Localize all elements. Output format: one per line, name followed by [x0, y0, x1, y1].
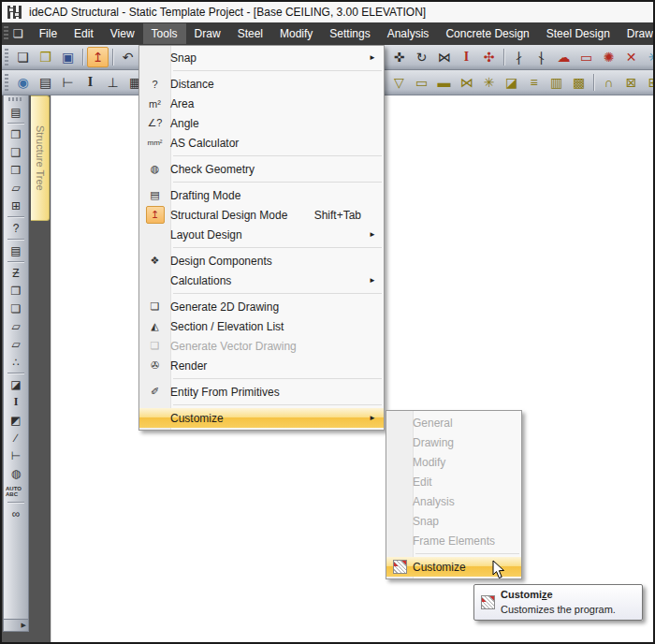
- save-button[interactable]: ▣: [57, 47, 79, 67]
- menu-item-label: General: [413, 417, 521, 430]
- beam-button[interactable]: ▬: [433, 72, 455, 93]
- copy-button[interactable]: ❐: [6, 282, 26, 300]
- sheet-button[interactable]: ▤: [6, 103, 26, 121]
- wall-button[interactable]: ▤: [35, 72, 56, 93]
- stairs-button[interactable]: ≡: [523, 72, 545, 93]
- ribbed-slab-button[interactable]: ▥: [546, 72, 567, 93]
- truss-button[interactable]: ⋈: [456, 72, 477, 93]
- floor-grid-button[interactable]: ⊞: [643, 72, 655, 93]
- open-button[interactable]: ❒: [35, 47, 56, 67]
- menu-item-customize[interactable]: Customize ►: [139, 408, 384, 428]
- shear-wall-button[interactable]: ▽: [388, 72, 410, 93]
- menu-separator: [173, 404, 382, 405]
- menu-item-as-calculator[interactable]: mm² AS Calculator: [139, 133, 384, 153]
- menu-item-generate-2d-drawing[interactable]: ❏ Generate 2D Drawing: [139, 297, 384, 316]
- auto-abc-button[interactable]: AUTO ABC: [6, 482, 26, 500]
- menu-draw[interactable]: Draw: [186, 23, 229, 44]
- menu-steel-design[interactable]: Steel Design: [538, 23, 619, 44]
- app-icon: [7, 6, 22, 19]
- divide-button[interactable]: ∕: [6, 429, 26, 446]
- new-doc-icon[interactable]: ❏: [13, 27, 23, 40]
- menu-item-drafting-mode[interactable]: ▤ Drafting Mode: [139, 185, 384, 205]
- select-chain-button[interactable]: ❒: [6, 161, 26, 179]
- menu-item-angle[interactable]: ∠? Angle: [139, 113, 384, 133]
- menu-file[interactable]: File: [31, 23, 66, 44]
- menu-item-render[interactable]: ✇ Render: [139, 356, 384, 375]
- structure-tree-tab[interactable]: Structure Tree: [31, 95, 50, 221]
- menu-separator: [173, 293, 382, 294]
- check-geometry-button[interactable]: ◍: [6, 464, 26, 482]
- select-table-button[interactable]: ⊞: [6, 197, 26, 214]
- menu-item-area[interactable]: m² Area: [139, 94, 384, 113]
- menu-steel[interactable]: Steel: [229, 23, 271, 44]
- hatch-button[interactable]: ▩: [568, 72, 590, 93]
- select-add-button[interactable]: ❑: [6, 143, 26, 161]
- menu-settings[interactable]: Settings: [321, 23, 378, 44]
- mirror-axis-button[interactable]: I: [456, 47, 477, 67]
- render-icon: ✇: [139, 359, 170, 372]
- menu-item-design-components[interactable]: ❖ Design Components: [139, 251, 384, 271]
- menu-item-section-elevation-list[interactable]: ◭ Section / Elevation List: [139, 316, 384, 336]
- menu-item-shortcut: Shift+Tab: [314, 209, 361, 222]
- menu-item-layout-design[interactable]: Layout Design ►: [139, 225, 384, 244]
- plane-button[interactable]: ◪: [6, 375, 26, 393]
- array-button[interactable]: ▱: [6, 335, 26, 353]
- erase-button[interactable]: ✕: [620, 47, 642, 67]
- menu-edit[interactable]: Edit: [66, 23, 102, 44]
- dimension-button[interactable]: ⊢: [6, 446, 26, 464]
- section-line-button[interactable]: Ƶ: [6, 264, 26, 282]
- submenu-item-drawing: Drawing: [386, 432, 521, 452]
- toolbar-separator: [112, 49, 113, 66]
- menu-item-structural-design-mode[interactable]: ↥ Structural Design Mode Shift+Tab: [139, 205, 384, 225]
- select-button[interactable]: ❐: [6, 125, 26, 143]
- move-copy-button[interactable]: ▱: [6, 317, 26, 335]
- menu-item-calculations[interactable]: Calculations ►: [139, 271, 384, 290]
- arch-button[interactable]: ∩: [598, 72, 619, 93]
- trim-button[interactable]: ∤: [508, 47, 530, 67]
- rotate-button[interactable]: ↻: [411, 47, 432, 67]
- move-button[interactable]: ✜: [388, 47, 410, 67]
- stretch-button[interactable]: ✣: [478, 47, 500, 67]
- column-section-button[interactable]: I: [6, 393, 26, 411]
- node-button[interactable]: ◉: [12, 72, 34, 93]
- undo-button[interactable]: ↶: [117, 47, 138, 67]
- menu-view[interactable]: View: [102, 23, 143, 44]
- mirror-button[interactable]: ⋈: [433, 47, 455, 67]
- paste-button[interactable]: ❏: [6, 300, 26, 317]
- toolbar-grip-icon[interactable]: [8, 97, 23, 101]
- menu-concrete-design[interactable]: Concrete Design: [437, 23, 537, 44]
- menu-modify[interactable]: Modify: [271, 23, 321, 44]
- structural-design-mode-toggle[interactable]: ↥: [87, 47, 109, 67]
- menu-item-check-geometry[interactable]: ◍ Check Geometry: [139, 159, 384, 179]
- node-points-button[interactable]: ∴: [6, 353, 26, 371]
- menu-drawings[interactable]: Drawings: [619, 23, 653, 44]
- beam-support-button[interactable]: ⊢: [57, 72, 79, 93]
- section-elevation-list-icon: ◭: [139, 320, 170, 332]
- distance-button[interactable]: ?: [6, 219, 26, 237]
- menu-item-entity-from-primitives[interactable]: ✐ Entity From Primitives: [139, 382, 384, 402]
- extend-button[interactable]: ∤: [531, 47, 552, 67]
- toolbar-grip-icon[interactable]: [5, 49, 8, 66]
- frame-button[interactable]: ⊠: [620, 72, 642, 93]
- steel-deck-button[interactable]: ◩: [6, 411, 26, 429]
- menu-item-distance[interactable]: ? Distance: [139, 74, 384, 94]
- break-button[interactable]: ✺: [598, 47, 619, 67]
- grid-button[interactable]: ✳: [478, 72, 500, 93]
- toolbar-separator: [593, 74, 594, 91]
- menu-tools[interactable]: Tools: [143, 23, 186, 44]
- new-button[interactable]: ❏: [12, 47, 34, 67]
- drafting-mode-button[interactable]: ▤: [6, 242, 26, 259]
- revision-cloud-button[interactable]: ☁: [553, 47, 575, 67]
- node-snap-button[interactable]: ✳: [643, 47, 655, 67]
- menu-analysis[interactable]: Analysis: [379, 23, 438, 44]
- support-button[interactable]: ⊥: [102, 72, 124, 93]
- panel-button[interactable]: ◪: [501, 72, 522, 93]
- slab-button[interactable]: ▭: [411, 72, 432, 93]
- select-window-button[interactable]: ▱: [6, 179, 26, 197]
- wipeout-button[interactable]: ▭: [575, 47, 597, 67]
- toolbar-grip-icon[interactable]: [5, 74, 8, 91]
- column-button[interactable]: I: [80, 72, 101, 93]
- toolbar-expander-arrow-icon[interactable]: ▶: [3, 620, 29, 632]
- find-button[interactable]: ∞: [6, 505, 26, 522]
- menu-item-snap[interactable]: Snap ►: [139, 48, 384, 67]
